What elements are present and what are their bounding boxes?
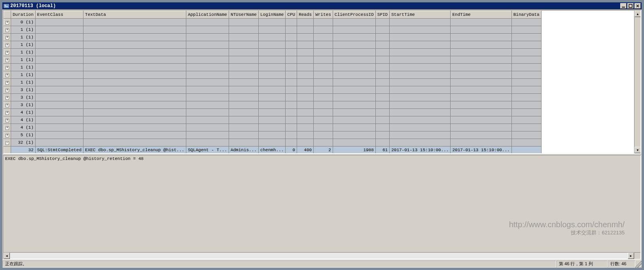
cell-starttime [390, 19, 451, 26]
expand-toggle[interactable]: + [4, 86, 11, 94]
table-row[interactable]: +1 (1) [4, 64, 542, 71]
expand-toggle[interactable]: + [4, 19, 11, 26]
expand-toggle[interactable]: + [4, 41, 11, 49]
col-applicationname[interactable]: ApplicationName [186, 11, 229, 19]
trace-grid[interactable]: Duration EventClass TextData Application… [4, 11, 542, 153]
table-row[interactable]: +3 (1) [4, 94, 542, 101]
cell-starttime [390, 64, 451, 71]
cell-clientprocessid [333, 109, 375, 116]
table-row[interactable]: +4 (1) [4, 109, 542, 116]
table-row[interactable]: −32 (1) [4, 139, 542, 146]
col-clientprocessid[interactable]: ClientProcessID [333, 11, 375, 19]
expand-toggle[interactable]: + [4, 71, 11, 79]
scroll-left-button[interactable]: ◄ [4, 253, 10, 259]
col-spid[interactable]: SPID [375, 11, 389, 19]
cell-endtime [451, 56, 511, 64]
table-row[interactable]: +4 (1) [4, 116, 542, 124]
expand-toggle[interactable]: + [4, 79, 11, 86]
col-duration[interactable]: Duration [11, 11, 36, 19]
cell-endtime [451, 116, 511, 124]
col-eventclass[interactable]: EventClass [35, 11, 83, 19]
detail-hscrollbar[interactable]: ◄ ► [4, 252, 640, 259]
expand-toggle[interactable]: − [4, 139, 11, 146]
table-row[interactable]: +1 (1) [4, 71, 542, 79]
cell-textdata: EXEC dbo.sp_MShistory_cleanup @hist... [83, 146, 186, 154]
cell-binarydata [511, 101, 541, 109]
table-row[interactable]: +1 (1) [4, 26, 542, 34]
cell-cpu: 0 [286, 146, 297, 154]
table-row[interactable]: +0 (1) [4, 19, 542, 26]
cell-spid [375, 109, 389, 116]
expand-icon: + [6, 111, 9, 115]
table-row[interactable]: +3 (1) [4, 101, 542, 109]
expand-icon: + [6, 59, 9, 62]
cell-loginname [258, 56, 285, 64]
table-row[interactable]: 32SQL:StmtCompletedEXEC dbo.sp_MShistory… [4, 146, 542, 154]
col-ntusername[interactable]: NTUserName [229, 11, 258, 19]
cell-textdata [83, 94, 186, 101]
expand-toggle[interactable]: + [4, 116, 11, 124]
cell-loginname [258, 71, 285, 79]
grid-vscrollbar[interactable]: ▲ ▼ [634, 11, 640, 153]
expand-toggle[interactable]: + [4, 94, 11, 101]
cell-eventclass [35, 71, 83, 79]
cell-endtime [451, 124, 511, 131]
maximize-button[interactable] [627, 3, 634, 9]
table-row[interactable]: +1 (1) [4, 34, 542, 41]
cell-spid [375, 94, 389, 101]
status-position: 第 46 行，第 1 列 [556, 260, 608, 268]
expand-toggle[interactable]: + [4, 56, 11, 64]
expand-toggle[interactable]: + [4, 64, 11, 71]
expand-toggle[interactable]: + [4, 131, 11, 139]
resize-grip[interactable] [635, 260, 642, 268]
expand-toggle[interactable]: + [4, 26, 11, 34]
table-row[interactable]: +3 (1) [4, 86, 542, 94]
expand-toggle[interactable]: + [4, 49, 11, 56]
col-reads[interactable]: Reads [297, 11, 314, 19]
expand-toggle[interactable]: + [4, 34, 11, 41]
expand-toggle[interactable]: + [4, 124, 11, 131]
cell-eventclass [35, 109, 83, 116]
expand-icon: + [6, 66, 9, 70]
table-row[interactable]: +4 (1) [4, 124, 542, 131]
cell-duration: 5 (1) [11, 131, 36, 139]
cell-loginname [258, 139, 285, 146]
cell-reads [297, 19, 314, 26]
cell-writes [314, 131, 333, 139]
table-row[interactable]: +1 (1) [4, 56, 542, 64]
col-cpu[interactable]: CPU [286, 11, 297, 19]
col-textdata[interactable]: TextData [83, 11, 186, 19]
scroll-down-button[interactable]: ▼ [635, 147, 641, 153]
detail-text-area[interactable]: EXEC dbo.sp_MShistory_cleanup @history_r… [4, 156, 640, 252]
cell-textdata [83, 101, 186, 109]
col-endtime[interactable]: EndTime [451, 11, 511, 19]
cell-binarydata [511, 34, 541, 41]
table-row[interactable]: +1 (1) [4, 49, 542, 56]
cell-cpu [286, 109, 297, 116]
table-row[interactable]: +5 (1) [4, 131, 542, 139]
cell-ntusername [229, 116, 258, 124]
cell-starttime [390, 94, 451, 101]
col-loginname[interactable]: LoginName [258, 11, 285, 19]
table-row[interactable]: +1 (1) [4, 41, 542, 49]
cell-binarydata [511, 71, 541, 79]
minimize-button[interactable] [620, 3, 627, 9]
expand-toggle[interactable]: + [4, 101, 11, 109]
table-row[interactable]: +1 (1) [4, 79, 542, 86]
scroll-right-button[interactable]: ► [628, 253, 634, 259]
scroll-track[interactable] [10, 253, 628, 259]
cell-eventclass [35, 19, 83, 26]
col-writes[interactable]: Writes [314, 11, 333, 19]
close-button[interactable] [635, 3, 641, 9]
expand-toggle[interactable]: + [4, 109, 11, 116]
scroll-up-button[interactable]: ▲ [635, 11, 641, 17]
cell-spid [375, 124, 389, 131]
cell-textdata [83, 131, 186, 139]
cell-ntusername [229, 71, 258, 79]
cell-textdata [83, 19, 186, 26]
cell-endtime [451, 26, 511, 34]
col-binarydata[interactable]: BinaryData [511, 11, 541, 19]
cell-applicationname [186, 71, 229, 79]
col-starttime[interactable]: StartTime [390, 11, 451, 19]
cell-clientprocessid [333, 49, 375, 56]
